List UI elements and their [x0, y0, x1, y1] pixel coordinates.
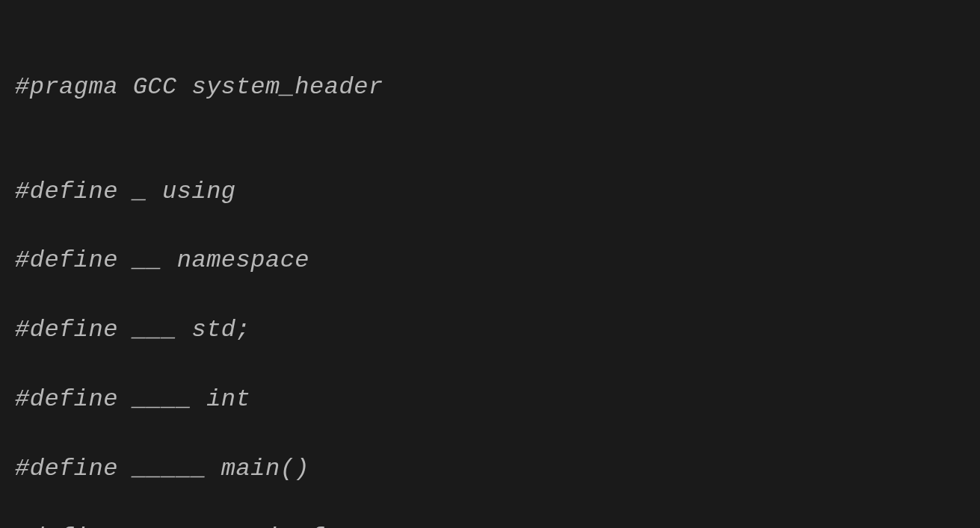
code-editor-viewport[interactable]: #pragma GCC system_header #define _ usin… [0, 0, 980, 528]
code-line[interactable]: #pragma GCC system_header [15, 70, 965, 105]
code-line[interactable]: #define ____ int [15, 382, 965, 417]
code-line[interactable]: #define _ using [15, 175, 965, 209]
code-line[interactable]: #define ___ std; [15, 313, 965, 347]
code-line[interactable]: #define __ namespace [15, 243, 965, 278]
code-line[interactable]: #define ______ printf [15, 521, 965, 528]
code-line[interactable]: #define _____ main() [15, 452, 965, 486]
